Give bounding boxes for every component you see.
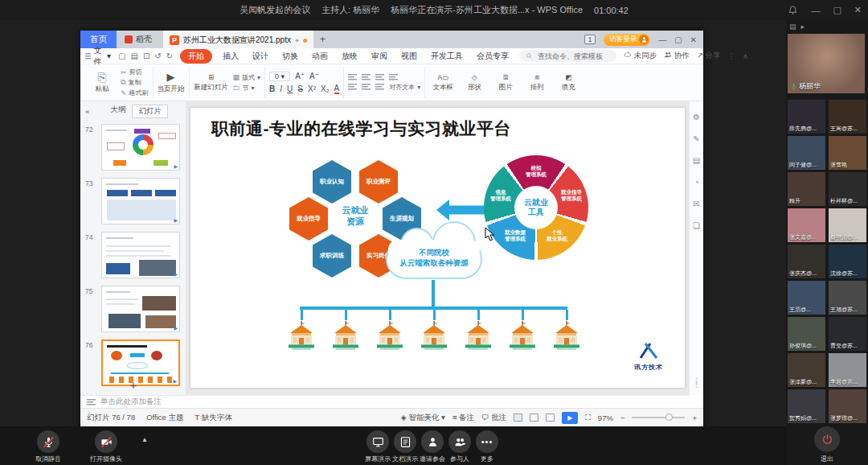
new-slide-button[interactable]: ⊞新建幻灯片 [194, 73, 229, 93]
participant-tile[interactable]: 张梦琼@... [829, 389, 866, 423]
italic-button[interactable]: I [280, 84, 282, 93]
slideshow-play-button[interactable]: ▶ [562, 412, 578, 424]
underline-button[interactable]: U [287, 84, 293, 93]
beautify-button[interactable]: ◈ 智能美化 ▾ [401, 413, 445, 423]
search-input[interactable] [536, 51, 610, 61]
slide-thumbnail-75[interactable]: ▶ [101, 286, 180, 332]
strikethrough-button[interactable]: S [297, 84, 303, 93]
number-list-icon[interactable] [362, 74, 371, 80]
comment-button[interactable]: 🗩 批注 [481, 413, 506, 423]
command-search[interactable] [519, 50, 616, 62]
add-slide-button[interactable]: + [80, 378, 186, 392]
collab-button[interactable]: 协作 [664, 51, 690, 61]
textbox-button[interactable]: A▭文本框 [429, 73, 457, 93]
participant-tile[interactable]: 杜祥林@... [829, 172, 866, 206]
tab-outline[interactable]: 大纲 [110, 105, 125, 118]
paste-button[interactable]: ⎘粘贴 [88, 72, 117, 94]
properties-icon[interactable]: ⚙ [693, 113, 700, 121]
participant-tile[interactable]: 王旭@苏... [829, 281, 866, 315]
picture-button[interactable]: 🖻图片 [492, 73, 519, 93]
zoom-out-button[interactable]: − [620, 414, 625, 422]
play-from-current-button[interactable]: ▶当页开始 [158, 71, 185, 94]
tab-slides[interactable]: 幻灯片 [132, 105, 168, 118]
participant-tile[interactable]: 王浩@... [788, 281, 825, 315]
close-icon[interactable]: ✕ [854, 5, 862, 15]
exit-meeting-button[interactable] [814, 426, 840, 452]
more-button[interactable]: ••• 更多 [465, 430, 510, 463]
theme-name[interactable]: Office 主题 [146, 413, 183, 423]
participant-tile[interactable]: 张庆杰@... [788, 245, 825, 278]
fill-button[interactable]: ◩填充 [555, 73, 582, 93]
participant-tile[interactable]: 张雪艳 [829, 136, 866, 170]
bullet-list-icon[interactable] [348, 74, 357, 80]
edit-icon[interactable]: ✎ [693, 134, 699, 143]
print-icon[interactable]: ▤ [130, 51, 137, 60]
pin-icon[interactable]: ⌖ [295, 36, 299, 45]
wps-close-icon[interactable]: ✕ [690, 35, 697, 44]
subscript-button[interactable]: X₂ [321, 84, 330, 93]
panel-layout-icon[interactable]: ▤ [789, 23, 796, 31]
minimize-icon[interactable]: — [811, 6, 820, 15]
layout-icon[interactable]: ▤ [693, 156, 700, 165]
zoom-slider-knob[interactable] [665, 414, 673, 421]
comment-icon[interactable]: ✉ [693, 200, 699, 208]
undo-icon[interactable]: ↺ [154, 51, 161, 60]
bell-icon[interactable] [788, 5, 798, 15]
collapse-ribbon-icon[interactable]: ∧ [743, 51, 748, 60]
participant-tile[interactable]: 顾升 [788, 172, 825, 206]
superscript-button[interactable]: X² [308, 84, 316, 93]
restore-icon[interactable]: ▢ [833, 5, 841, 15]
wps-minimize-icon[interactable]: — [658, 35, 666, 44]
menu-tab-member[interactable]: 会员专享 [473, 50, 512, 63]
arrange-button[interactable]: ≋排列 [523, 73, 551, 93]
history-icon[interactable]: ◔ [694, 178, 698, 187]
participant-tile[interactable]: 王宾@苏... [829, 100, 866, 134]
zoom-value[interactable]: 97% [598, 414, 613, 422]
collapse-panel-icon[interactable]: « [85, 107, 89, 116]
sorter-view-icon[interactable] [530, 414, 538, 422]
menu-tab-start[interactable]: 开始 [180, 49, 212, 64]
menu-tab-slideshow[interactable]: 放映 [338, 50, 361, 63]
save-icon[interactable]: ▢ [118, 51, 125, 60]
unmute-button[interactable]: 取消静音 [26, 430, 71, 463]
menu-tab-design[interactable]: 设计 [249, 50, 272, 63]
line-spacing-icon[interactable] [389, 74, 398, 80]
layout-button[interactable]: ▦版式▾ [233, 73, 261, 82]
note-button[interactable]: ≡ 备注 [452, 413, 474, 423]
wps-docer-button[interactable]: 稻壳 [117, 31, 160, 48]
participant-tile[interactable]: 张泽豪@... [788, 353, 825, 387]
align-left-icon[interactable] [348, 84, 357, 90]
align-center-icon[interactable] [362, 84, 371, 90]
shape-button[interactable]: ◇形状 [461, 73, 488, 93]
font-color-button[interactable]: A [334, 84, 340, 94]
slide-thumbnail-72[interactable]: ▶ [101, 124, 180, 171]
participant-tile[interactable]: 李君@苏... [829, 353, 866, 387]
participant-tile[interactable]: 沈徐@苏... [829, 245, 866, 278]
redo-icon[interactable]: ↻ [166, 51, 173, 60]
open-camera-button[interactable]: 打开摄像头 [84, 430, 129, 463]
cut-button[interactable]: ✂剪切 [121, 68, 149, 76]
wps-document-tab[interactable]: P 苏州工业大数据宣讲2021.pptx ⌖ [163, 31, 313, 48]
panel-collapse-icon[interactable]: ▸ [801, 23, 805, 31]
share-button[interactable]: ↗ 分享 [697, 51, 721, 61]
decrease-font-icon[interactable]: A⁻ [309, 72, 319, 80]
missing-font-warning[interactable]: T 缺失字体 [194, 413, 231, 423]
reading-view-icon[interactable] [546, 414, 555, 422]
indent-icon[interactable] [375, 74, 384, 80]
normal-view-icon[interactable] [514, 414, 522, 422]
menu-tab-view[interactable]: 视图 [398, 50, 420, 63]
slide-thumbnail-73[interactable]: ▶ [101, 178, 180, 224]
align-right-icon[interactable] [375, 84, 384, 90]
increase-font-icon[interactable]: A⁺ [295, 72, 305, 80]
participant-tile[interactable]: 张文嘉@... [788, 208, 825, 242]
camera-options-caret[interactable]: ▲ [141, 436, 148, 443]
menu-tab-insert[interactable]: 插入 [219, 50, 242, 63]
featured-video-tile[interactable]: 杨丽华 [788, 34, 865, 93]
align-text-button[interactable]: 对齐文本▾ [389, 83, 420, 92]
bold-button[interactable]: B [269, 84, 275, 93]
participant-tile[interactable]: 曹旻@苏... [829, 317, 866, 351]
format-painter-button[interactable]: ✎格式刷 [121, 88, 149, 97]
menu-tab-review[interactable]: 审阅 [368, 50, 391, 63]
slide-thumbnail-74[interactable]: ▶ [101, 232, 180, 278]
participant-tile[interactable]: 蔡明治@... [829, 208, 866, 242]
